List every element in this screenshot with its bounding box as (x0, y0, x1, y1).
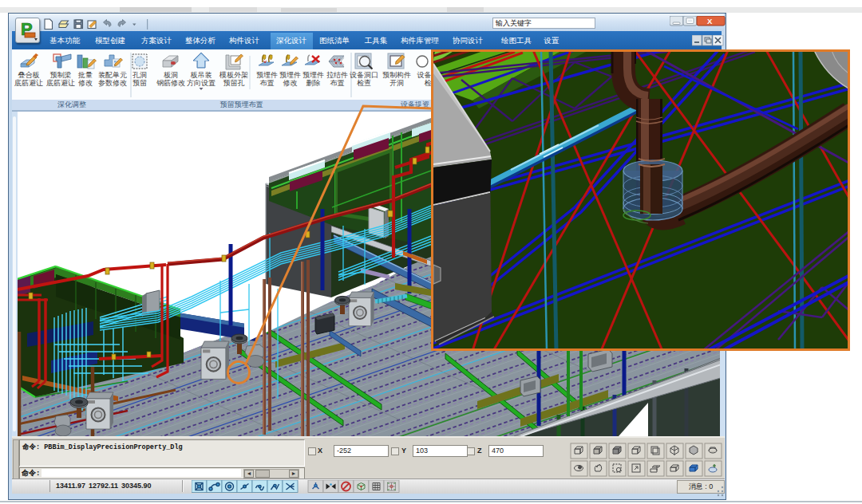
svg-text:X: X (707, 17, 713, 26)
